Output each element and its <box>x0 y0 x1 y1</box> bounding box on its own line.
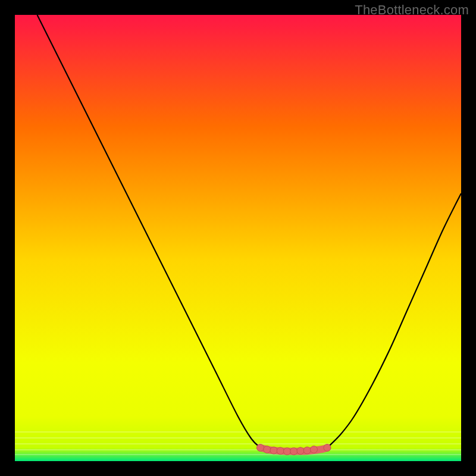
valley-marker <box>311 446 318 453</box>
valley-marker <box>277 447 284 455</box>
valley-marker <box>297 447 304 455</box>
svg-rect-1 <box>15 437 461 439</box>
valley-marker <box>303 447 311 454</box>
watermark-text: TheBottleneck.com <box>355 2 469 18</box>
valley-marker <box>284 448 291 455</box>
gradient-background <box>15 15 461 461</box>
plot-area <box>15 15 461 461</box>
valley-marker <box>270 447 277 454</box>
valley-marker <box>324 444 331 452</box>
valley-marker <box>264 446 271 453</box>
svg-rect-0 <box>15 431 461 433</box>
svg-rect-4 <box>15 454 461 455</box>
chart-svg <box>15 15 461 461</box>
chart-frame: TheBottleneck.com <box>0 0 476 476</box>
svg-rect-3 <box>15 449 461 450</box>
svg-rect-2 <box>15 443 461 444</box>
valley-marker <box>257 444 264 452</box>
valley-marker <box>290 448 298 455</box>
